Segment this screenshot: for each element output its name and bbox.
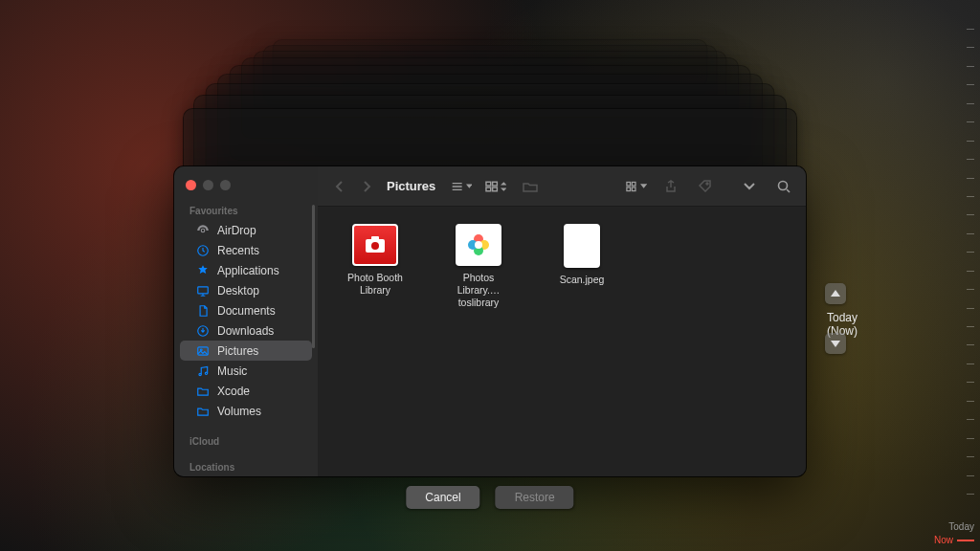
- restore-button[interactable]: Restore: [496, 486, 574, 509]
- sidebar-item-xcode[interactable]: Xcode: [180, 381, 312, 401]
- back-button[interactable]: [329, 176, 350, 197]
- forward-button[interactable]: [356, 176, 377, 197]
- photos-library-icon: [456, 224, 501, 266]
- sidebar-item-label: Applications: [217, 264, 279, 277]
- window-controls: [174, 176, 318, 202]
- sidebar-item-label: Volumes: [217, 405, 261, 418]
- timeline-forward-button[interactable]: [825, 333, 846, 354]
- sidebar-scrollbar[interactable]: [312, 205, 315, 348]
- sidebar-item-volumes[interactable]: Volumes: [180, 401, 312, 421]
- new-folder-button[interactable]: [520, 176, 541, 197]
- sidebar-item-music[interactable]: Music: [180, 361, 312, 381]
- sidebar-item-label: Desktop: [217, 284, 259, 298]
- svg-rect-10: [486, 187, 491, 190]
- overflow-button[interactable]: [739, 176, 760, 197]
- finder-window: Favourites AirDrop Recents Applications …: [174, 166, 806, 476]
- svg-point-17: [779, 181, 788, 189]
- share-button[interactable]: [660, 176, 681, 197]
- svg-point-7: [205, 372, 207, 374]
- svg-rect-20: [371, 236, 379, 240]
- close-window-button[interactable]: [186, 180, 196, 190]
- sidebar-item-pictures[interactable]: Pictures: [180, 341, 312, 361]
- search-button[interactable]: [773, 176, 794, 197]
- sidebar-section-favourites: Favourites: [174, 202, 318, 220]
- file-item[interactable]: Photo Booth Library: [337, 224, 413, 297]
- airdrop-icon: [195, 223, 210, 237]
- file-item[interactable]: Photos Library.…toslibrary: [440, 224, 517, 309]
- list-view-button[interactable]: [451, 176, 472, 197]
- svg-rect-13: [632, 182, 635, 186]
- svg-rect-15: [632, 187, 635, 190]
- sidebar-item-label: Xcode: [217, 385, 250, 398]
- svg-point-6: [198, 373, 200, 375]
- sidebar-item-downloads[interactable]: Downloads: [180, 320, 312, 341]
- sidebar: Favourites AirDrop Recents Applications …: [174, 166, 318, 476]
- svg-rect-2: [197, 286, 208, 293]
- file-label: Photos Library.…toslibrary: [440, 272, 517, 309]
- action-bar: Cancel Restore: [406, 486, 573, 509]
- timeline-now-marker: Now: [934, 535, 974, 545]
- svg-rect-8: [486, 182, 491, 186]
- minimize-window-button[interactable]: [203, 180, 213, 190]
- file-item[interactable]: Scan.jpeg: [544, 224, 620, 286]
- location-title: Pictures: [387, 179, 435, 193]
- photo-booth-library-icon: [352, 224, 398, 266]
- group-button[interactable]: [485, 176, 506, 197]
- main-pane: Pictures: [318, 166, 806, 476]
- sidebar-section-icloud: iCloud: [174, 432, 318, 451]
- sidebar-item-airdrop[interactable]: AirDrop: [180, 220, 312, 240]
- svg-rect-11: [493, 187, 498, 190]
- svg-rect-14: [627, 187, 631, 190]
- svg-rect-9: [493, 182, 498, 186]
- clock-icon: [195, 243, 210, 257]
- file-grid[interactable]: Photo Booth Library Photos Library.…tosl…: [318, 207, 806, 476]
- folder-icon: [195, 384, 210, 398]
- svg-point-16: [706, 183, 708, 185]
- jpeg-file-icon: [564, 224, 600, 268]
- svg-point-19: [371, 242, 379, 250]
- sidebar-item-label: AirDrop: [217, 224, 256, 237]
- pictures-icon: [195, 343, 210, 358]
- timeline-bottom-label: Today: [948, 521, 974, 532]
- music-icon: [195, 364, 210, 378]
- timeline-ticks: [965, 29, 974, 494]
- sidebar-item-documents[interactable]: Documents: [180, 300, 312, 320]
- svg-rect-12: [627, 182, 631, 186]
- downloads-icon: [195, 323, 210, 338]
- file-label: Photo Booth Library: [337, 272, 413, 297]
- icon-size-button[interactable]: [626, 176, 647, 197]
- sidebar-item-label: Music: [217, 364, 247, 378]
- sidebar-section-locations: Locations: [174, 458, 318, 476]
- file-label: Scan.jpeg: [560, 274, 605, 286]
- document-icon: [195, 303, 210, 318]
- sidebar-item-label: Pictures: [217, 344, 258, 358]
- svg-point-0: [201, 229, 205, 232]
- toolbar: Pictures: [318, 166, 806, 207]
- desktop-icon: [195, 283, 210, 298]
- sidebar-item-label: Documents: [217, 304, 276, 318]
- applications-icon: [195, 263, 210, 277]
- folder-icon: [195, 404, 210, 418]
- cancel-button[interactable]: Cancel: [406, 486, 479, 509]
- sidebar-item-recents[interactable]: Recents: [180, 240, 312, 260]
- timeline: Today (Now) Today Now: [827, 0, 980, 551]
- zoom-window-button[interactable]: [220, 180, 231, 190]
- sidebar-item-label: Downloads: [217, 324, 274, 338]
- tags-button[interactable]: [695, 176, 716, 197]
- svg-point-25: [475, 241, 482, 249]
- timeline-back-button[interactable]: [825, 283, 846, 304]
- sidebar-item-applications[interactable]: Applications: [180, 260, 312, 280]
- sidebar-item-label: Recents: [217, 244, 259, 257]
- sidebar-item-desktop[interactable]: Desktop: [180, 280, 312, 300]
